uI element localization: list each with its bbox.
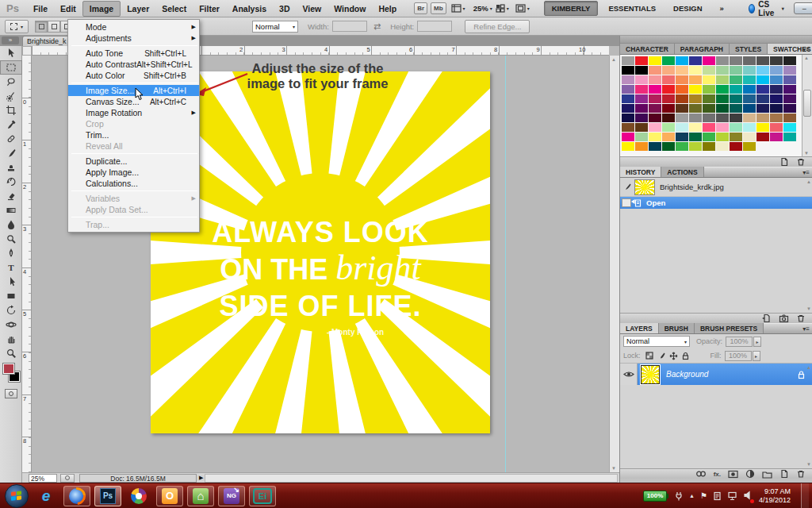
swatch[interactable] [676,104,688,113]
swatch[interactable] [635,94,648,103]
dock-header[interactable] [620,36,812,44]
taskbar-internet-explorer[interactable]: e [33,486,59,506]
move-tool[interactable] [0,46,22,60]
swatch[interactable] [662,104,675,113]
swatch[interactable] [716,66,729,75]
swatch[interactable] [649,133,661,141]
swatch[interactable] [676,133,688,141]
power-plug-icon[interactable] [674,491,684,501]
swatch[interactable] [783,56,796,65]
blend-mode-select[interactable]: Normal ▾ [623,336,690,347]
rectangular-marquee-tool[interactable] [0,60,22,75]
new-document-from-state-icon[interactable] [761,314,772,323]
swatch[interactable] [783,75,796,84]
start-button[interactable] [5,484,29,508]
tab-brush-presets[interactable]: BRUSH PRESETS [695,323,764,333]
swatch[interactable] [662,142,675,151]
launch-bridge-button[interactable]: Br [414,2,427,14]
swatch[interactable] [716,142,729,151]
foreground-color-swatch[interactable] [3,364,14,374]
refine-edge-button[interactable]: Refine Edge... [465,20,530,33]
swatch[interactable] [689,85,702,94]
history-source-icon[interactable] [620,183,634,192]
scroll-down-icon[interactable]: ▼ [806,462,811,467]
swatch[interactable] [770,104,783,113]
new-snapshot-icon[interactable] [779,314,789,323]
swatch[interactable] [743,133,756,141]
swatch[interactable] [649,94,661,103]
view-extras-dropdown[interactable]: ▾ [451,4,465,13]
swatch[interactable] [689,94,702,103]
swatch[interactable] [756,133,769,141]
workspace-kimberly[interactable]: KIMBERLY [544,1,599,16]
panel-menu-icon[interactable]: ▾≡ [802,325,810,333]
swatch[interactable] [716,104,729,113]
menu-item-canvas-size[interactable]: Canvas Size...Alt+Ctrl+C [68,96,199,107]
new-selection-button[interactable] [35,21,48,33]
swatch[interactable] [770,114,783,122]
swatch[interactable] [662,75,675,84]
swatch[interactable] [676,94,688,103]
swatch[interactable] [703,142,715,151]
launch-mini-bridge-button[interactable]: Mb [431,2,446,14]
swatch[interactable] [622,114,634,122]
swatch[interactable] [703,56,715,65]
3d-object-rotate-tool[interactable] [0,303,22,318]
zoom-level-dropdown[interactable]: 25% [473,4,488,13]
blur-tool[interactable] [0,217,22,232]
swatch[interactable] [635,75,648,84]
lock-all-icon[interactable] [681,352,690,360]
opacity-value[interactable]: 100% [726,337,753,347]
taskbar-ng-app[interactable]: NG↘ [218,486,245,506]
swatch[interactable] [783,114,796,122]
swatch[interactable] [770,94,783,103]
swatch[interactable] [783,123,796,132]
vertical-scrollbar[interactable]: ▲ ▼ [609,56,619,472]
swatch[interactable] [689,114,702,122]
tools-collapse-button[interactable]: » [2,37,19,44]
swatch[interactable] [703,123,715,132]
swatch[interactable] [730,56,742,65]
swatch[interactable] [756,85,769,94]
scroll-up-icon[interactable]: ▲ [806,179,811,184]
swatch[interactable] [770,133,783,141]
taskbar-photoshop[interactable]: Ps [94,486,121,506]
menu-item-auto-color[interactable]: Auto ColorShift+Ctrl+B [68,70,199,81]
screen-mode-dropdown[interactable]: ▾ [515,4,530,13]
swatch[interactable] [730,75,742,84]
swatch[interactable] [635,104,648,113]
swatch[interactable] [622,123,634,132]
style-select[interactable]: Normal ▾ [252,21,298,33]
history-state-checkbox[interactable] [622,198,631,207]
swatch[interactable] [743,123,756,132]
guide-line[interactable] [505,56,506,472]
swatch[interactable] [649,75,661,84]
swatch[interactable] [743,56,756,65]
fill-value[interactable]: 100% [725,351,752,361]
swatch[interactable] [649,56,661,65]
swatch[interactable] [770,66,783,75]
swatch[interactable] [689,66,702,75]
zoom-tool[interactable] [0,346,22,360]
swatch[interactable] [716,75,729,84]
menu-item-auto-contrast[interactable]: Auto ContrastAlt+Shift+Ctrl+L [68,59,199,70]
swatch[interactable] [730,114,742,122]
swap-dimensions-icon[interactable]: ⇄ [373,21,381,32]
swatch[interactable] [770,85,783,94]
swatch[interactable] [622,133,634,141]
tab-history[interactable]: HISTORY [620,167,661,177]
menu-item-duplicate[interactable]: Duplicate... [68,156,199,167]
new-group-icon[interactable] [762,470,772,479]
status-menu-arrow[interactable]: ▶ [199,475,203,481]
ruler-origin[interactable] [22,46,32,56]
scroll-down-icon[interactable]: ▼ [806,306,811,311]
crop-tool[interactable] [0,103,22,117]
taskbar-firefox[interactable] [63,486,90,506]
layer-visibility-toggle[interactable] [620,364,638,385]
scroll-down-icon[interactable]: ▼ [611,466,616,471]
menu-image[interactable]: Image [82,1,121,17]
tab-brush[interactable]: BRUSH [659,323,695,333]
swatch[interactable] [756,75,769,84]
swatch[interactable] [730,133,742,141]
scroll-up-icon[interactable]: ▲ [804,56,809,60]
